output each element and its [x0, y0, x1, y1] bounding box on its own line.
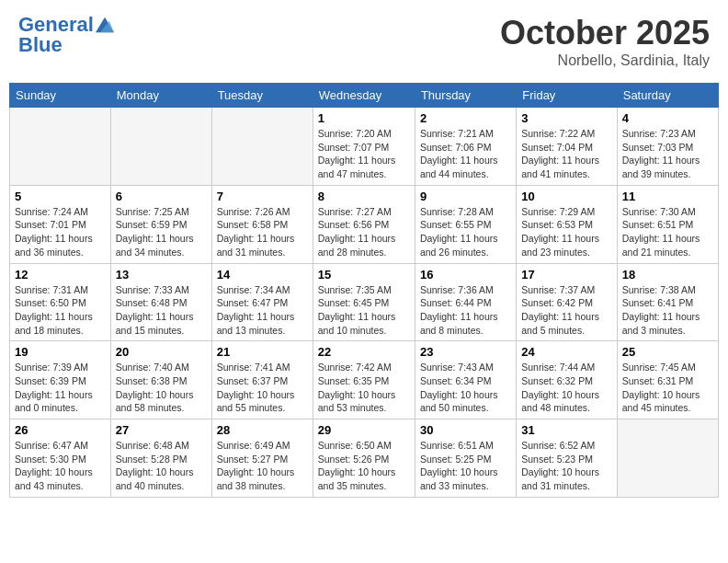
day-info: Sunrise: 7:33 AM Sunset: 6:48 PM Dayligh…: [116, 283, 207, 338]
weekday-header-thursday: Thursday: [415, 84, 516, 108]
logo-blue: Blue: [18, 34, 114, 56]
calendar-cell: 11Sunrise: 7:30 AM Sunset: 6:51 PM Dayli…: [617, 185, 718, 263]
calendar-cell: 28Sunrise: 6:49 AM Sunset: 5:27 PM Dayli…: [211, 419, 313, 498]
day-number: 11: [622, 190, 713, 203]
day-number: 18: [622, 268, 713, 282]
day-number: 2: [420, 111, 511, 125]
calendar-cell: 22Sunrise: 7:42 AM Sunset: 6:35 PM Dayli…: [313, 341, 415, 419]
calendar-cell: 31Sunrise: 6:52 AM Sunset: 5:23 PM Dayli…: [517, 419, 617, 498]
day-number: 16: [420, 268, 511, 282]
calendar-cell: 12Sunrise: 7:31 AM Sunset: 6:50 PM Dayli…: [10, 263, 111, 341]
day-info: Sunrise: 7:30 AM Sunset: 6:51 PM Dayligh…: [622, 205, 713, 259]
day-number: 17: [521, 268, 611, 282]
calendar-cell: 3Sunrise: 7:22 AM Sunset: 7:04 PM Daylig…: [517, 108, 617, 186]
calendar-cell: 16Sunrise: 7:36 AM Sunset: 6:44 PM Dayli…: [415, 263, 516, 341]
week-row-0: 1Sunrise: 7:20 AM Sunset: 7:07 PM Daylig…: [10, 108, 719, 186]
day-info: Sunrise: 7:45 AM Sunset: 6:31 PM Dayligh…: [622, 361, 713, 415]
weekday-header-sunday: Sunday: [10, 84, 111, 108]
day-info: Sunrise: 6:49 AM Sunset: 5:27 PM Dayligh…: [217, 439, 308, 493]
day-info: Sunrise: 7:31 AM Sunset: 6:50 PM Dayligh…: [15, 283, 106, 338]
calendar-cell: 27Sunrise: 6:48 AM Sunset: 5:28 PM Dayli…: [110, 419, 211, 498]
calendar-cell: 13Sunrise: 7:33 AM Sunset: 6:48 PM Dayli…: [110, 263, 211, 341]
weekday-header-monday: Monday: [110, 84, 211, 108]
weekday-header-row: SundayMondayTuesdayWednesdayThursdayFrid…: [10, 84, 719, 108]
day-info: Sunrise: 7:35 AM Sunset: 6:45 PM Dayligh…: [318, 283, 410, 338]
calendar-cell: 17Sunrise: 7:37 AM Sunset: 6:42 PM Dayli…: [517, 263, 617, 341]
day-info: Sunrise: 7:42 AM Sunset: 6:35 PM Dayligh…: [318, 361, 410, 415]
day-info: Sunrise: 7:20 AM Sunset: 7:07 PM Dayligh…: [318, 127, 410, 181]
day-number: 19: [15, 345, 106, 359]
week-row-1: 5Sunrise: 7:24 AM Sunset: 7:01 PM Daylig…: [10, 185, 719, 263]
day-info: Sunrise: 6:50 AM Sunset: 5:26 PM Dayligh…: [318, 439, 410, 493]
logo-icon: [96, 16, 114, 34]
calendar-cell: 18Sunrise: 7:38 AM Sunset: 6:41 PM Dayli…: [617, 263, 718, 341]
page-header: General Blue October 2025 Norbello, Sard…: [9, 9, 719, 74]
weekday-header-saturday: Saturday: [617, 84, 718, 108]
weekday-header-wednesday: Wednesday: [313, 84, 415, 108]
calendar-cell: 8Sunrise: 7:27 AM Sunset: 6:56 PM Daylig…: [313, 185, 415, 263]
calendar-cell: 30Sunrise: 6:51 AM Sunset: 5:25 PM Dayli…: [415, 419, 516, 498]
calendar-cell: 26Sunrise: 6:47 AM Sunset: 5:30 PM Dayli…: [10, 419, 111, 498]
calendar-cell: [10, 108, 111, 186]
day-number: 13: [116, 268, 207, 282]
day-number: 12: [15, 268, 106, 282]
day-number: 3: [521, 111, 611, 125]
calendar-cell: 2Sunrise: 7:21 AM Sunset: 7:06 PM Daylig…: [415, 108, 516, 186]
day-number: 8: [318, 190, 410, 203]
day-info: Sunrise: 7:29 AM Sunset: 6:53 PM Dayligh…: [521, 205, 611, 259]
day-info: Sunrise: 7:41 AM Sunset: 6:37 PM Dayligh…: [217, 361, 308, 415]
day-info: Sunrise: 7:36 AM Sunset: 6:44 PM Dayligh…: [420, 283, 511, 338]
day-info: Sunrise: 7:40 AM Sunset: 6:38 PM Dayligh…: [116, 361, 207, 415]
weekday-header-tuesday: Tuesday: [211, 84, 313, 108]
calendar-cell: 24Sunrise: 7:44 AM Sunset: 6:32 PM Dayli…: [517, 341, 617, 419]
day-info: Sunrise: 6:52 AM Sunset: 5:23 PM Dayligh…: [521, 439, 611, 493]
calendar-cell: 21Sunrise: 7:41 AM Sunset: 6:37 PM Dayli…: [211, 341, 313, 419]
day-info: Sunrise: 7:21 AM Sunset: 7:06 PM Dayligh…: [420, 127, 511, 181]
calendar-cell: 15Sunrise: 7:35 AM Sunset: 6:45 PM Dayli…: [313, 263, 415, 341]
day-number: 26: [15, 423, 106, 437]
week-row-3: 19Sunrise: 7:39 AM Sunset: 6:39 PM Dayli…: [10, 341, 719, 419]
month-title: October 2025: [500, 14, 710, 52]
day-info: Sunrise: 7:22 AM Sunset: 7:04 PM Dayligh…: [521, 127, 611, 181]
day-number: 15: [318, 268, 410, 282]
day-number: 30: [420, 423, 511, 437]
calendar-cell: 4Sunrise: 7:23 AM Sunset: 7:03 PM Daylig…: [617, 108, 718, 186]
day-number: 23: [420, 345, 511, 359]
day-info: Sunrise: 7:34 AM Sunset: 6:47 PM Dayligh…: [217, 283, 308, 338]
day-number: 20: [116, 345, 207, 359]
day-info: Sunrise: 6:48 AM Sunset: 5:28 PM Dayligh…: [116, 439, 207, 493]
day-number: 6: [116, 190, 207, 203]
title-block: October 2025 Norbello, Sardinia, Italy: [500, 14, 710, 69]
day-number: 1: [318, 111, 410, 125]
calendar-cell: 1Sunrise: 7:20 AM Sunset: 7:07 PM Daylig…: [313, 108, 415, 186]
calendar-table: SundayMondayTuesdayWednesdayThursdayFrid…: [9, 83, 719, 498]
calendar-cell: 6Sunrise: 7:25 AM Sunset: 6:59 PM Daylig…: [110, 185, 211, 263]
day-number: 31: [521, 423, 611, 437]
calendar-cell: 29Sunrise: 6:50 AM Sunset: 5:26 PM Dayli…: [313, 419, 415, 498]
day-number: 29: [318, 423, 410, 437]
day-info: Sunrise: 7:38 AM Sunset: 6:41 PM Dayligh…: [622, 283, 713, 338]
day-number: 9: [420, 190, 511, 203]
day-number: 5: [15, 190, 106, 203]
calendar-cell: 10Sunrise: 7:29 AM Sunset: 6:53 PM Dayli…: [517, 185, 617, 263]
day-info: Sunrise: 7:23 AM Sunset: 7:03 PM Dayligh…: [622, 127, 713, 181]
day-info: Sunrise: 7:25 AM Sunset: 6:59 PM Dayligh…: [116, 205, 207, 259]
logo: General Blue: [18, 14, 114, 56]
calendar-cell: 19Sunrise: 7:39 AM Sunset: 6:39 PM Dayli…: [10, 341, 111, 419]
day-number: 10: [521, 190, 611, 203]
calendar-cell: 14Sunrise: 7:34 AM Sunset: 6:47 PM Dayli…: [211, 263, 313, 341]
day-number: 25: [622, 345, 713, 359]
weekday-header-friday: Friday: [517, 84, 617, 108]
day-info: Sunrise: 6:51 AM Sunset: 5:25 PM Dayligh…: [420, 439, 511, 493]
day-number: 4: [622, 111, 713, 125]
day-info: Sunrise: 6:47 AM Sunset: 5:30 PM Dayligh…: [15, 439, 106, 493]
week-row-2: 12Sunrise: 7:31 AM Sunset: 6:50 PM Dayli…: [10, 263, 719, 341]
day-number: 14: [217, 268, 308, 282]
day-number: 28: [217, 423, 308, 437]
day-number: 22: [318, 345, 410, 359]
calendar-cell: [110, 108, 211, 186]
day-info: Sunrise: 7:26 AM Sunset: 6:58 PM Dayligh…: [217, 205, 308, 259]
day-info: Sunrise: 7:37 AM Sunset: 6:42 PM Dayligh…: [521, 283, 611, 338]
day-info: Sunrise: 7:43 AM Sunset: 6:34 PM Dayligh…: [420, 361, 511, 415]
day-number: 7: [217, 190, 308, 203]
